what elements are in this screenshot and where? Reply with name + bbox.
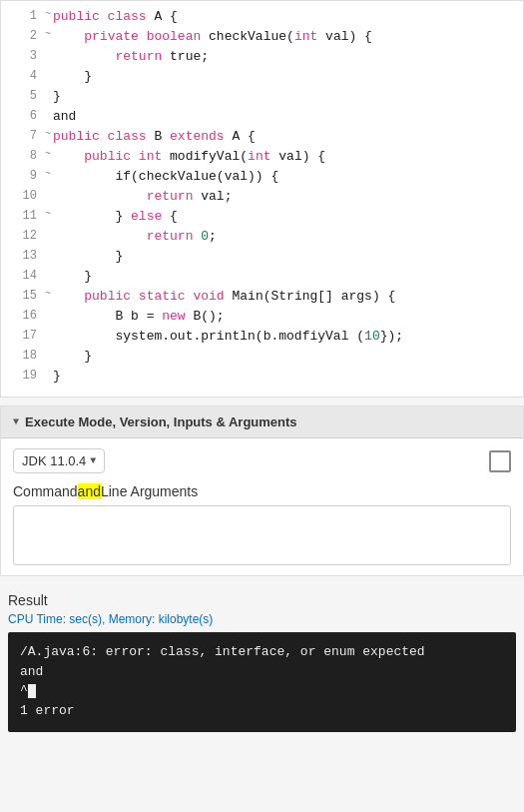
line-number: 8 — [9, 149, 37, 163]
line-number: 11 — [9, 209, 37, 223]
line-number: 19 — [9, 369, 37, 383]
cmdline-label-before: Command — [13, 483, 78, 499]
line-number: 15 — [9, 289, 37, 303]
line-number: 6 — [9, 109, 37, 123]
line-number: 3 — [9, 49, 37, 63]
line-number: 9 — [9, 169, 37, 183]
line-number: 12 — [9, 229, 37, 243]
code-line: 14 } — [1, 269, 523, 289]
code-line: 15~ public static void Main(String[] arg… — [1, 289, 523, 309]
token-kw: private boolean — [84, 29, 201, 44]
token-plain: val) { — [270, 149, 325, 164]
token-kw: public static void — [84, 289, 224, 304]
code-line: 17 system.out.println(b.modfiyVal (10}); — [1, 329, 523, 349]
code-line: 16 B b = new B(); — [1, 309, 523, 329]
line-number: 14 — [9, 269, 37, 283]
token-kw: new — [162, 309, 185, 324]
token-plain — [53, 189, 147, 204]
token-kw: public int — [84, 149, 162, 164]
cmdline-input[interactable] — [13, 505, 511, 565]
code-content: public class A { — [53, 9, 515, 24]
jdk-row: JDK 11.0.4 ▼ — [13, 448, 511, 473]
line-arrow: ~ — [45, 209, 51, 220]
code-content: return val; — [53, 189, 515, 204]
token-kw: int — [294, 29, 317, 44]
token-plain: Main(String[] args) { — [225, 289, 396, 304]
line-arrow — [45, 89, 51, 100]
cmdline-arguments-label: CommandandLine Arguments — [13, 483, 511, 499]
token-plain: } — [53, 209, 131, 224]
code-line: 11~ } else { — [1, 209, 523, 229]
line-arrow — [45, 189, 51, 200]
code-line: 5 } — [1, 89, 523, 109]
token-kw: else — [131, 209, 162, 224]
code-content: system.out.println(b.modfiyVal (10}); — [53, 329, 515, 344]
code-content: } — [53, 69, 515, 84]
execute-checkbox[interactable] — [489, 450, 511, 472]
token-plain: B(); — [186, 309, 225, 324]
chevron-down-icon: ▼ — [90, 455, 96, 466]
line-number: 4 — [9, 69, 37, 83]
code-line: 6 and — [1, 109, 523, 129]
code-content: } else { — [53, 209, 515, 224]
token-plain: } — [53, 349, 92, 364]
cmdline-label-highlight: and — [78, 483, 101, 499]
code-content: and — [53, 109, 515, 124]
token-plain — [53, 229, 147, 244]
line-number: 18 — [9, 349, 37, 363]
token-kw: return — [147, 229, 194, 244]
token-plain: val) { — [317, 29, 372, 44]
output-line: 1 error — [20, 701, 504, 721]
code-content: public class B extends A { — [53, 129, 515, 144]
code-content: } — [53, 249, 515, 264]
line-arrow: ~ — [45, 289, 51, 300]
code-line: 10 return val; — [1, 189, 523, 209]
code-content: B b = new B(); — [53, 309, 515, 324]
jdk-version-label: JDK 11.0.4 — [22, 453, 86, 468]
line-number: 2 — [9, 29, 37, 43]
token-num: 0 — [201, 229, 209, 244]
line-arrow: ~ — [45, 149, 51, 160]
line-arrow — [45, 249, 51, 260]
token-plain: modifyVal( — [162, 149, 248, 164]
token-plain: } — [53, 69, 92, 84]
line-arrow — [45, 329, 51, 340]
line-arrow — [45, 49, 51, 60]
code-line: 4 } — [1, 69, 523, 89]
line-number: 5 — [9, 89, 37, 103]
token-plain: A { — [147, 9, 178, 24]
line-arrow — [45, 269, 51, 280]
code-line: 1~public class A { — [1, 9, 523, 29]
line-arrow: ~ — [45, 129, 51, 140]
jdk-select[interactable]: JDK 11.0.4 ▼ — [13, 448, 105, 473]
chevron-down-icon: ▼ — [13, 416, 19, 427]
line-arrow — [45, 69, 51, 80]
line-arrow: ~ — [45, 29, 51, 40]
line-number: 7 — [9, 129, 37, 143]
token-plain: { — [162, 209, 178, 224]
token-plain: true; — [162, 49, 209, 64]
code-content: } — [53, 89, 515, 104]
token-kw: public class — [53, 129, 147, 144]
code-line: 7~public class B extends A { — [1, 129, 523, 149]
code-line: 19 } — [1, 369, 523, 389]
execute-header[interactable]: ▼ Execute Mode, Version, Inputs & Argume… — [1, 406, 523, 438]
line-number: 17 — [9, 329, 37, 343]
code-content: if(checkValue(val)) { — [53, 169, 515, 184]
output-line: and — [20, 662, 504, 682]
code-editor[interactable]: 1~public class A {2~ private boolean che… — [0, 0, 524, 398]
output-line: /A.java:6: error: class, interface, or e… — [20, 642, 504, 662]
token-plain: } — [53, 369, 61, 384]
result-section: Result CPU Time: sec(s), Memory: kilobyt… — [0, 592, 524, 732]
code-line: 8~ public int modifyVal(int val) { — [1, 149, 523, 169]
code-content: public static void Main(String[] args) { — [53, 289, 515, 304]
code-line: 3 return true; — [1, 49, 523, 69]
token-plain — [53, 149, 84, 164]
code-content: } — [53, 369, 515, 384]
token-plain: } — [53, 89, 61, 104]
execute-section: ▼ Execute Mode, Version, Inputs & Argume… — [0, 406, 524, 576]
token-plain: checkValue( — [201, 29, 294, 44]
token-plain: B b = — [53, 309, 162, 324]
code-content: public int modifyVal(int val) { — [53, 149, 515, 164]
code-content: } — [53, 269, 515, 284]
